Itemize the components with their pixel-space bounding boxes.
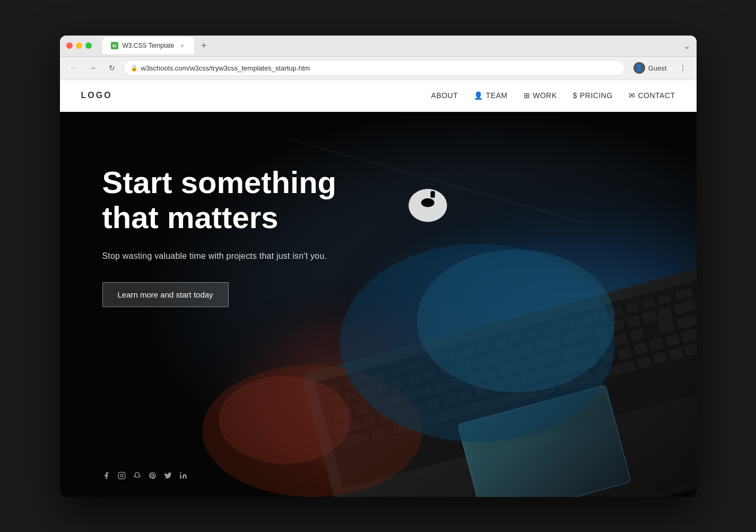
minimize-dot[interactable] bbox=[76, 42, 82, 49]
url-bar[interactable]: 🔒 w3schools.com/w3css/tryw3css_templates… bbox=[124, 60, 625, 76]
refresh-button[interactable]: ↻ bbox=[105, 60, 119, 75]
address-bar: ← → ↻ 🔒 w3schools.com/w3css/tryw3css_tem… bbox=[60, 57, 697, 80]
svg-rect-113 bbox=[118, 472, 125, 479]
contact-icon: ✉ bbox=[629, 91, 636, 100]
more-options-button[interactable]: ⋮ bbox=[675, 60, 690, 75]
site-nav-links: ABOUT 👤 TEAM ⊞ WORK $ PRICING ✉ CONTACT bbox=[431, 91, 675, 100]
nav-work[interactable]: ⊞ WORK bbox=[524, 91, 557, 100]
tab-bar: W W3.CSS Template × + bbox=[102, 37, 679, 54]
svg-point-115 bbox=[123, 473, 124, 474]
svg-point-108 bbox=[416, 249, 614, 393]
hero-title: Start something that matters bbox=[102, 165, 389, 236]
close-dot[interactable] bbox=[66, 42, 73, 49]
nav-contact[interactable]: ✉ CONTACT bbox=[629, 91, 675, 100]
nav-team[interactable]: 👤 TEAM bbox=[474, 91, 507, 100]
title-bar: W W3.CSS Template × + ⌄ bbox=[60, 36, 697, 57]
twitter-icon[interactable] bbox=[164, 472, 172, 481]
team-icon: 👤 bbox=[474, 91, 483, 100]
maximize-dot[interactable] bbox=[85, 42, 92, 49]
tab-favicon: W bbox=[111, 42, 118, 49]
linkedin-icon[interactable] bbox=[179, 472, 187, 481]
facebook-icon[interactable] bbox=[102, 472, 110, 481]
tab-close-button[interactable]: × bbox=[178, 42, 186, 49]
hero-subtitle: Stop wasting valuable time with projects… bbox=[102, 251, 389, 261]
social-bar bbox=[102, 472, 187, 481]
new-tab-button[interactable]: + bbox=[196, 38, 211, 53]
site-navbar: LOGO ABOUT 👤 TEAM ⊞ WORK $ PRICING ✉ CON bbox=[60, 80, 697, 112]
user-avatar: 👤 bbox=[633, 62, 645, 74]
user-label: Guest bbox=[648, 64, 667, 72]
nav-pricing[interactable]: $ PRICING bbox=[573, 91, 613, 100]
lock-icon: 🔒 bbox=[131, 65, 138, 72]
work-icon: ⊞ bbox=[524, 91, 531, 100]
pricing-icon: $ bbox=[573, 91, 577, 100]
svg-point-116 bbox=[180, 472, 181, 474]
cta-button[interactable]: Learn more and start today bbox=[102, 282, 229, 307]
scrollbar-thumb[interactable] bbox=[692, 123, 696, 154]
back-button[interactable]: ← bbox=[66, 60, 81, 75]
pinterest-icon[interactable] bbox=[149, 472, 157, 481]
website-content: LOGO ABOUT 👤 TEAM ⊞ WORK $ PRICING ✉ CON bbox=[60, 80, 697, 497]
user-profile-button[interactable]: 👤 Guest bbox=[629, 60, 671, 76]
svg-point-114 bbox=[120, 474, 123, 477]
hero-section: Start something that matters Stop wastin… bbox=[60, 112, 697, 497]
active-tab[interactable]: W W3.CSS Template × bbox=[102, 37, 195, 54]
forward-button[interactable]: → bbox=[85, 60, 100, 75]
site-logo: LOGO bbox=[81, 91, 112, 100]
tab-title: W3.CSS Template bbox=[123, 42, 175, 49]
browser-window: W W3.CSS Template × + ⌄ ← → ↻ 🔒 w3school… bbox=[60, 36, 697, 497]
instagram-icon[interactable] bbox=[118, 472, 126, 481]
scrollbar[interactable] bbox=[691, 112, 697, 497]
svg-point-106 bbox=[219, 376, 351, 464]
window-controls: ⌄ bbox=[683, 41, 690, 51]
traffic-lights bbox=[66, 42, 92, 49]
nav-about[interactable]: ABOUT bbox=[431, 91, 458, 100]
hero-content: Start something that matters Stop wastin… bbox=[60, 112, 431, 339]
snapchat-icon[interactable] bbox=[133, 472, 141, 481]
browser-toolbar-right: 👤 Guest ⋮ bbox=[629, 60, 690, 76]
url-text: w3schools.com/w3css/tryw3css_templates_s… bbox=[141, 64, 618, 72]
